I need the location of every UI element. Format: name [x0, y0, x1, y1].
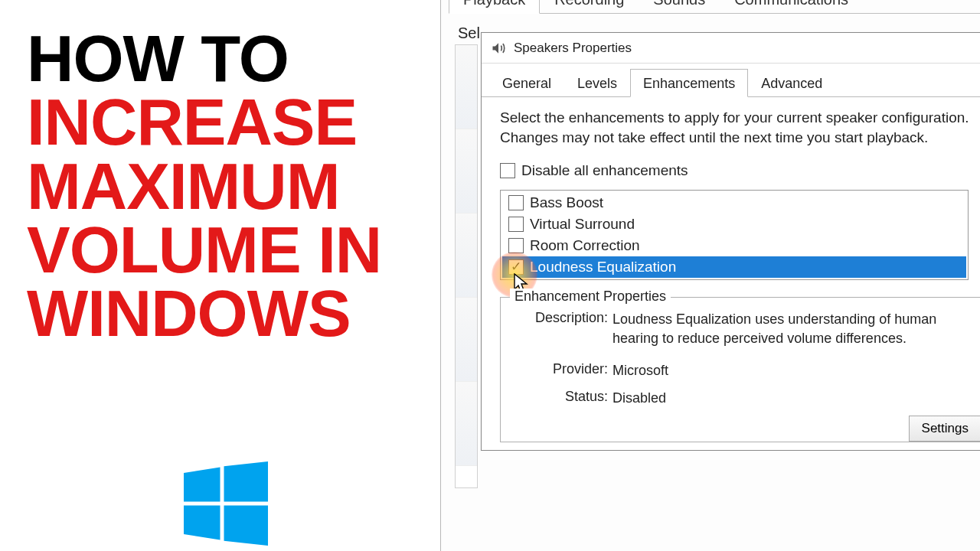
enhancement-label: Virtual Surround — [530, 216, 635, 233]
list-item[interactable] — [456, 214, 477, 298]
list-item[interactable] — [456, 129, 477, 214]
bass-boost-checkbox[interactable] — [508, 195, 524, 210]
svg-marker-1 — [224, 461, 269, 502]
title-line-5: WINDOWS — [27, 277, 351, 350]
list-item[interactable] — [456, 382, 477, 466]
playback-device-list[interactable] — [455, 44, 478, 488]
disable-all-enhancements-checkbox[interactable] — [500, 163, 515, 178]
virtual-surround-checkbox[interactable] — [508, 217, 524, 232]
tab-enhancements[interactable]: Enhancements — [630, 69, 748, 97]
room-correction-checkbox[interactable] — [508, 238, 524, 253]
title-line-3: MAXIMUM — [27, 150, 340, 223]
title-line-1: HOW TO — [27, 22, 289, 95]
speakers-properties-dialog: Speakers Properties General Levels Enhan… — [481, 32, 980, 451]
provider-value: Microsoft — [612, 361, 968, 380]
enhancement-settings-button[interactable]: Settings — [909, 416, 980, 442]
enhancement-properties-group: Enhancement Properties Description: Loud… — [500, 297, 980, 442]
tutorial-title-text: HOW TO INCREASE MAXIMUM VOLUME IN WINDOW… — [27, 27, 433, 345]
list-item[interactable] — [456, 298, 477, 382]
enhancement-label: Room Correction — [530, 237, 640, 254]
description-label: Description: — [514, 310, 612, 347]
enhancement-label: Bass Boost — [530, 194, 603, 211]
tab-communications[interactable]: Communications — [720, 0, 863, 14]
loudness-equalization-checkbox[interactable] — [508, 259, 524, 275]
tab-sounds[interactable]: Sounds — [639, 0, 720, 14]
title-line-4: VOLUME IN — [27, 214, 381, 286]
dialog-titlebar[interactable]: Speakers Properties — [482, 33, 980, 64]
status-label: Status: — [514, 389, 612, 407]
tutorial-title-panel: HOW TO INCREASE MAXIMUM VOLUME IN WINDOW… — [27, 27, 433, 345]
tab-recording[interactable]: Recording — [540, 0, 639, 14]
enhancement-loudness-equalization[interactable]: Loudness Equalization — [502, 256, 966, 278]
tab-playback[interactable]: Playback — [449, 0, 540, 14]
provider-label: Provider: — [514, 361, 612, 380]
description-value: Loudness Equalization uses understanding… — [612, 310, 968, 347]
svg-marker-0 — [184, 468, 220, 502]
enhancements-help-text: Select the enhancements to apply for you… — [500, 108, 980, 147]
dialog-title: Speakers Properties — [514, 41, 632, 56]
disable-all-enhancements-label: Disable all enhancements — [521, 162, 688, 179]
status-value: Disabled — [612, 389, 968, 407]
title-line-2: INCREASE — [27, 86, 357, 158]
enhancement-label: Loudness Equalization — [530, 259, 676, 276]
enhancements-list[interactable]: Bass Boost Virtual Surround Room Correct… — [500, 190, 969, 280]
speaker-icon — [491, 41, 506, 56]
list-item[interactable] — [456, 45, 477, 129]
properties-tabs: General Levels Enhancements Advanced — [482, 64, 980, 97]
svg-marker-2 — [184, 506, 220, 540]
enhancement-bass-boost[interactable]: Bass Boost — [502, 192, 966, 214]
enhancement-virtual-surround[interactable]: Virtual Surround — [502, 214, 966, 235]
tab-levels[interactable]: Levels — [564, 69, 630, 97]
sound-window-tabs: Playback Recording Sounds Communications — [449, 0, 980, 14]
disable-all-enhancements-row[interactable]: Disable all enhancements — [500, 162, 980, 179]
windows-logo-icon — [176, 461, 276, 546]
enhancement-room-correction[interactable]: Room Correction — [502, 235, 966, 256]
tab-advanced[interactable]: Advanced — [748, 69, 835, 97]
group-title: Enhancement Properties — [510, 289, 671, 305]
tab-general[interactable]: General — [489, 69, 564, 97]
svg-marker-3 — [224, 506, 269, 546]
